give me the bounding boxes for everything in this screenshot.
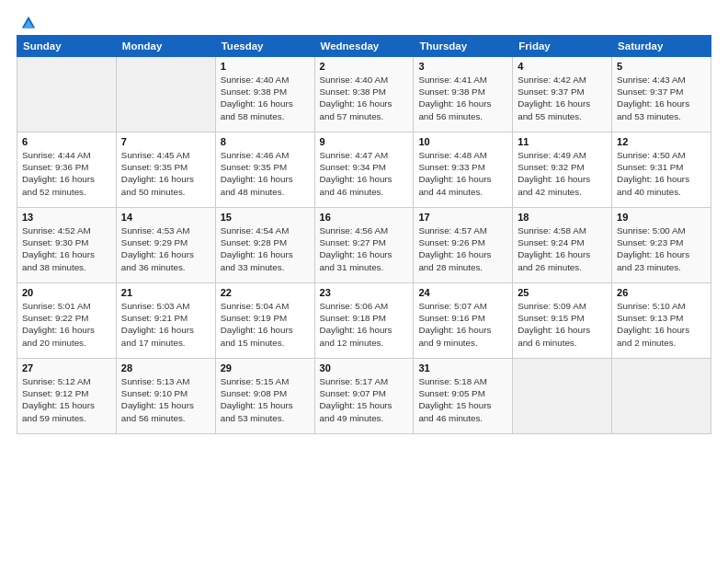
day-detail: Sunrise: 5:01 AMSunset: 9:22 PMDaylight:…: [22, 300, 111, 349]
day-header-thursday: Thursday: [414, 36, 513, 57]
day-number: 4: [518, 61, 607, 72]
day-number: 18: [518, 212, 607, 223]
calendar-cell: 17Sunrise: 4:57 AMSunset: 9:26 PMDayligh…: [414, 208, 513, 283]
calendar-cell: 15Sunrise: 4:54 AMSunset: 9:28 PMDayligh…: [215, 208, 314, 283]
calendar-cell: 14Sunrise: 4:53 AMSunset: 9:29 PMDayligh…: [116, 208, 215, 283]
day-detail: Sunrise: 4:54 AMSunset: 9:28 PMDaylight:…: [221, 224, 310, 273]
page-header: [17, 15, 711, 28]
day-detail: Sunrise: 4:50 AMSunset: 9:31 PMDaylight:…: [617, 149, 706, 198]
logo-icon: [20, 15, 37, 31]
day-detail: Sunrise: 5:06 AMSunset: 9:18 PMDaylight:…: [320, 300, 409, 349]
calendar-cell: 8Sunrise: 4:46 AMSunset: 9:35 PMDaylight…: [215, 132, 314, 208]
calendar-cell: 5Sunrise: 4:43 AMSunset: 9:37 PMDaylight…: [612, 57, 711, 132]
day-header-sunday: Sunday: [17, 36, 117, 57]
calendar-cell: 4Sunrise: 4:42 AMSunset: 9:37 PMDaylight…: [513, 57, 612, 132]
day-detail: Sunrise: 5:04 AMSunset: 9:19 PMDaylight:…: [221, 300, 310, 349]
day-detail: Sunrise: 4:58 AMSunset: 9:24 PMDaylight:…: [518, 224, 607, 273]
day-number: 20: [22, 287, 111, 298]
calendar-week-4: 20Sunrise: 5:01 AMSunset: 9:22 PMDayligh…: [17, 283, 711, 359]
day-detail: Sunrise: 4:43 AMSunset: 9:37 PMDaylight:…: [617, 74, 706, 122]
calendar-cell: 25Sunrise: 5:09 AMSunset: 9:15 PMDayligh…: [513, 283, 612, 359]
day-detail: Sunrise: 4:47 AMSunset: 9:34 PMDaylight:…: [320, 149, 409, 198]
calendar-cell: 21Sunrise: 5:03 AMSunset: 9:21 PMDayligh…: [116, 283, 215, 359]
calendar-cell: 16Sunrise: 4:56 AMSunset: 9:27 PMDayligh…: [314, 208, 414, 283]
calendar-body: 1Sunrise: 4:40 AMSunset: 9:38 PMDaylight…: [17, 57, 711, 434]
calendar-week-5: 27Sunrise: 5:12 AMSunset: 9:12 PMDayligh…: [17, 359, 711, 434]
calendar-cell: 22Sunrise: 5:04 AMSunset: 9:19 PMDayligh…: [215, 283, 314, 359]
calendar-cell: 2Sunrise: 4:40 AMSunset: 9:38 PMDaylight…: [314, 57, 414, 132]
calendar-cell: 31Sunrise: 5:18 AMSunset: 9:05 PMDayligh…: [414, 359, 513, 434]
day-number: 9: [320, 136, 409, 147]
day-header-monday: Monday: [116, 36, 215, 57]
calendar-cell: 27Sunrise: 5:12 AMSunset: 9:12 PMDayligh…: [17, 359, 117, 434]
day-detail: Sunrise: 4:53 AMSunset: 9:29 PMDaylight:…: [121, 224, 210, 273]
calendar-week-3: 13Sunrise: 4:52 AMSunset: 9:30 PMDayligh…: [17, 208, 711, 283]
calendar-cell: 9Sunrise: 4:47 AMSunset: 9:34 PMDaylight…: [314, 132, 414, 208]
calendar-cell: [17, 57, 117, 132]
calendar-cell: 26Sunrise: 5:10 AMSunset: 9:13 PMDayligh…: [612, 283, 711, 359]
calendar-cell: 23Sunrise: 5:06 AMSunset: 9:18 PMDayligh…: [314, 283, 414, 359]
day-detail: Sunrise: 5:15 AMSunset: 9:08 PMDaylight:…: [221, 375, 310, 424]
calendar-table: SundayMondayTuesdayWednesdayThursdayFrid…: [17, 35, 711, 434]
day-number: 28: [121, 362, 210, 373]
day-number: 26: [617, 287, 706, 298]
day-detail: Sunrise: 5:00 AMSunset: 9:23 PMDaylight:…: [617, 224, 706, 273]
day-number: 3: [418, 61, 507, 72]
day-number: 10: [418, 136, 507, 147]
day-detail: Sunrise: 4:52 AMSunset: 9:30 PMDaylight:…: [22, 224, 111, 273]
calendar-cell: [612, 359, 711, 434]
calendar-cell: 19Sunrise: 5:00 AMSunset: 9:23 PMDayligh…: [612, 208, 711, 283]
day-number: 31: [418, 362, 507, 373]
day-detail: Sunrise: 5:09 AMSunset: 9:15 PMDaylight:…: [518, 300, 607, 349]
day-number: 5: [617, 61, 706, 72]
calendar-cell: 18Sunrise: 4:58 AMSunset: 9:24 PMDayligh…: [513, 208, 612, 283]
day-number: 30: [320, 362, 409, 373]
calendar-week-1: 1Sunrise: 4:40 AMSunset: 9:38 PMDaylight…: [17, 57, 711, 132]
day-detail: Sunrise: 4:48 AMSunset: 9:33 PMDaylight:…: [418, 149, 507, 198]
calendar-cell: 29Sunrise: 5:15 AMSunset: 9:08 PMDayligh…: [215, 359, 314, 434]
day-number: 21: [121, 287, 210, 298]
day-number: 19: [617, 212, 706, 223]
day-detail: Sunrise: 4:42 AMSunset: 9:37 PMDaylight:…: [518, 74, 607, 122]
day-number: 11: [518, 136, 607, 147]
day-number: 13: [22, 212, 111, 223]
day-number: 22: [221, 287, 310, 298]
calendar-cell: 20Sunrise: 5:01 AMSunset: 9:22 PMDayligh…: [17, 283, 117, 359]
calendar-cell: 13Sunrise: 4:52 AMSunset: 9:30 PMDayligh…: [17, 208, 117, 283]
day-detail: Sunrise: 4:56 AMSunset: 9:27 PMDaylight:…: [320, 224, 409, 273]
day-detail: Sunrise: 5:12 AMSunset: 9:12 PMDaylight:…: [22, 375, 111, 424]
day-header-tuesday: Tuesday: [215, 36, 314, 57]
day-number: 7: [121, 136, 210, 147]
day-detail: Sunrise: 5:17 AMSunset: 9:07 PMDaylight:…: [320, 375, 409, 424]
day-number: 16: [320, 212, 409, 223]
calendar-cell: 11Sunrise: 4:49 AMSunset: 9:32 PMDayligh…: [513, 132, 612, 208]
day-number: 17: [418, 212, 507, 223]
day-number: 6: [22, 136, 111, 147]
day-number: 1: [221, 61, 310, 72]
calendar-cell: [513, 359, 612, 434]
day-number: 15: [221, 212, 310, 223]
calendar-cell: 12Sunrise: 4:50 AMSunset: 9:31 PMDayligh…: [612, 132, 711, 208]
logo: [17, 15, 37, 28]
day-detail: Sunrise: 4:46 AMSunset: 9:35 PMDaylight:…: [221, 149, 310, 198]
day-detail: Sunrise: 4:41 AMSunset: 9:38 PMDaylight:…: [418, 74, 507, 122]
calendar-cell: 30Sunrise: 5:17 AMSunset: 9:07 PMDayligh…: [314, 359, 414, 434]
day-detail: Sunrise: 5:03 AMSunset: 9:21 PMDaylight:…: [121, 300, 210, 349]
day-detail: Sunrise: 5:07 AMSunset: 9:16 PMDaylight:…: [418, 300, 507, 349]
calendar-cell: 1Sunrise: 4:40 AMSunset: 9:38 PMDaylight…: [215, 57, 314, 132]
day-detail: Sunrise: 5:10 AMSunset: 9:13 PMDaylight:…: [617, 300, 706, 349]
day-header-saturday: Saturday: [612, 36, 711, 57]
day-number: 14: [121, 212, 210, 223]
day-detail: Sunrise: 5:13 AMSunset: 9:10 PMDaylight:…: [121, 375, 210, 424]
day-number: 8: [221, 136, 310, 147]
day-detail: Sunrise: 4:57 AMSunset: 9:26 PMDaylight:…: [418, 224, 507, 273]
day-header-friday: Friday: [513, 36, 612, 57]
calendar-cell: 3Sunrise: 4:41 AMSunset: 9:38 PMDaylight…: [414, 57, 513, 132]
calendar-cell: 6Sunrise: 4:44 AMSunset: 9:36 PMDaylight…: [17, 132, 117, 208]
calendar-cell: [116, 57, 215, 132]
day-detail: Sunrise: 4:45 AMSunset: 9:35 PMDaylight:…: [121, 149, 210, 198]
day-header-wednesday: Wednesday: [314, 36, 414, 57]
calendar-week-2: 6Sunrise: 4:44 AMSunset: 9:36 PMDaylight…: [17, 132, 711, 208]
day-number: 27: [22, 362, 111, 373]
day-detail: Sunrise: 5:18 AMSunset: 9:05 PMDaylight:…: [418, 375, 507, 424]
